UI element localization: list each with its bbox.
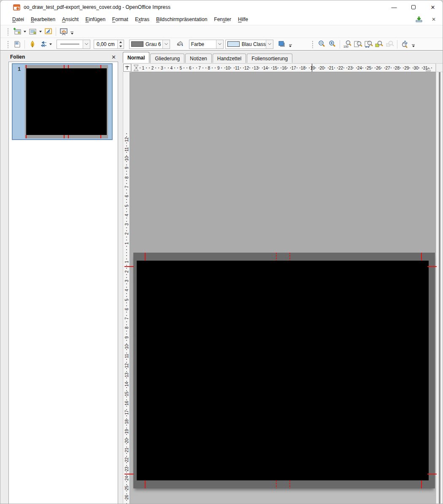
menu-einfügen[interactable]: Einfügen (82, 15, 108, 24)
ruler-tick (346, 67, 347, 68)
menu-fenster[interactable]: Fenster (211, 15, 235, 24)
slide-thumbnail[interactable]: 1 (12, 63, 113, 140)
maximize-button[interactable] (404, 0, 423, 14)
tab-handzettel[interactable]: Handzettel (213, 54, 246, 63)
arrow-style-dropdown[interactable] (49, 43, 52, 45)
ruler-tick (126, 425, 127, 426)
toolbar-grip[interactable] (7, 40, 9, 48)
ruler-tick (168, 67, 169, 68)
ruler-tick (287, 67, 288, 68)
arrow-style-button[interactable] (38, 39, 48, 49)
slide-object-preview (26, 68, 107, 135)
ruler-tick (262, 67, 263, 68)
toolbar-more-button[interactable] (289, 44, 292, 47)
tab-foliensortierung[interactable]: Foliensortierung (247, 54, 292, 63)
toolbar-more-button[interactable] (412, 44, 415, 47)
ruler-tick (126, 353, 127, 353)
menu-extras[interactable]: Extras (132, 15, 153, 24)
new-slide-dropdown[interactable] (24, 31, 26, 32)
menu-hilfe[interactable]: Hilfe (235, 15, 251, 24)
ruler-tick (126, 174, 127, 175)
ruler-tick (249, 67, 250, 68)
ruler-number: 21 (124, 448, 129, 453)
ruler-tick (413, 67, 413, 68)
ruler-tick (126, 390, 127, 391)
menu-bar: DateiBearbeitenAnsichtEinfügenFormatExtr… (0, 14, 443, 25)
scrollbar-thumb[interactable] (439, 72, 440, 504)
close-document-icon[interactable]: ✕ (430, 16, 438, 22)
edit-points-button[interactable] (12, 39, 22, 49)
line-color-label: Grau 6 (146, 41, 161, 47)
area-dialog-button[interactable] (175, 39, 186, 49)
zoom-in-icon (328, 40, 337, 49)
line-style-dropdown[interactable] (83, 40, 90, 49)
vertical-scrollbar[interactable] (436, 72, 443, 504)
ruler-tick (259, 67, 259, 68)
line-width-up[interactable] (118, 40, 124, 44)
fill-color-swatch (227, 41, 240, 47)
ruler-tick (126, 368, 127, 369)
line-style-select[interactable] (57, 40, 90, 49)
shadow-button[interactable] (277, 39, 287, 49)
vertical-ruler[interactable]: 1211109876543211234567891011121314151617… (123, 72, 130, 504)
new-slide-button[interactable] (12, 26, 22, 37)
fill-type-select[interactable]: Farbe (189, 40, 224, 49)
ruler-tick (324, 67, 325, 68)
ruler-tick (126, 249, 127, 250)
horizontal-ruler[interactable]: 1234567891011121314151617181920212223242… (131, 63, 436, 72)
menu-bearbeiten[interactable]: Bearbeiten (27, 15, 59, 24)
toolbar-grip[interactable] (312, 40, 314, 48)
chevron-down-icon (268, 43, 271, 45)
fill-color-dropdown[interactable] (266, 40, 273, 49)
ruler-tick (319, 67, 319, 68)
toolbar-grip[interactable] (7, 28, 9, 35)
fill-color-select[interactable]: Blau Classi (225, 40, 273, 49)
ruler-number: 29 (404, 65, 409, 70)
line-dialog-button[interactable] (27, 39, 38, 49)
load-url-icon[interactable] (415, 16, 423, 23)
toolbar-separator (24, 40, 25, 49)
chevron-down-icon (218, 43, 222, 45)
drawing-canvas[interactable] (130, 72, 436, 504)
line-color-dropdown[interactable] (162, 40, 170, 49)
menu-ansicht[interactable]: Ansicht (59, 15, 82, 24)
zoom-page-icon (354, 40, 363, 49)
zoom-out-button[interactable] (316, 39, 327, 49)
ruler-tick (193, 67, 194, 68)
tab-notizen[interactable]: Notizen (185, 54, 212, 63)
line-width-value[interactable]: 0,00 cm (94, 40, 117, 49)
tab-selector-button[interactable] (123, 64, 131, 72)
line-width-down[interactable] (118, 44, 124, 49)
toolbar-more-button[interactable] (70, 32, 73, 35)
ruler-tick (234, 67, 235, 68)
menu-datei[interactable]: Datei (9, 15, 27, 24)
ruler-number: 10 (225, 65, 230, 70)
slide-layout-button[interactable] (27, 26, 38, 37)
zoom-optimal-button[interactable] (374, 39, 384, 49)
line-color-select[interactable]: Grau 6 (129, 40, 170, 49)
ruler-tick (126, 230, 127, 231)
ruler-number: 11 (124, 147, 129, 151)
pan-button[interactable] (400, 39, 410, 49)
line-width-stepper[interactable]: 0,00 cm (94, 40, 124, 49)
minimize-button[interactable]: — (384, 0, 404, 14)
menu-bildschirmpräsentation[interactable]: Bildschirmpräsentation (153, 15, 211, 24)
view-tab-bar: NormalGliederungNotizenHandzettelFoliens… (123, 52, 293, 63)
slide-design-button[interactable] (43, 26, 54, 37)
ruler-tick (126, 315, 127, 316)
zoom-page-width-button[interactable] (363, 39, 374, 49)
menu-format[interactable]: Format (109, 15, 132, 24)
ruler-tick (315, 67, 316, 68)
zoom-100-button[interactable]: 100 (342, 39, 353, 49)
tab-gliederung[interactable]: Gliederung (150, 54, 184, 63)
zoom-object-button[interactable] (384, 39, 395, 49)
slide-layout-dropdown[interactable] (39, 31, 42, 32)
start-presentation-button[interactable] (58, 26, 69, 37)
ruler-number: 24 (124, 476, 129, 481)
close-button[interactable]: ✕ (423, 0, 443, 14)
zoom-in-button[interactable] (327, 39, 338, 49)
tab-normal[interactable]: Normal (123, 52, 149, 63)
slides-panel-close-icon[interactable]: ✕ (109, 54, 119, 60)
zoom-page-button[interactable] (353, 39, 363, 49)
fill-type-dropdown[interactable] (216, 40, 223, 49)
